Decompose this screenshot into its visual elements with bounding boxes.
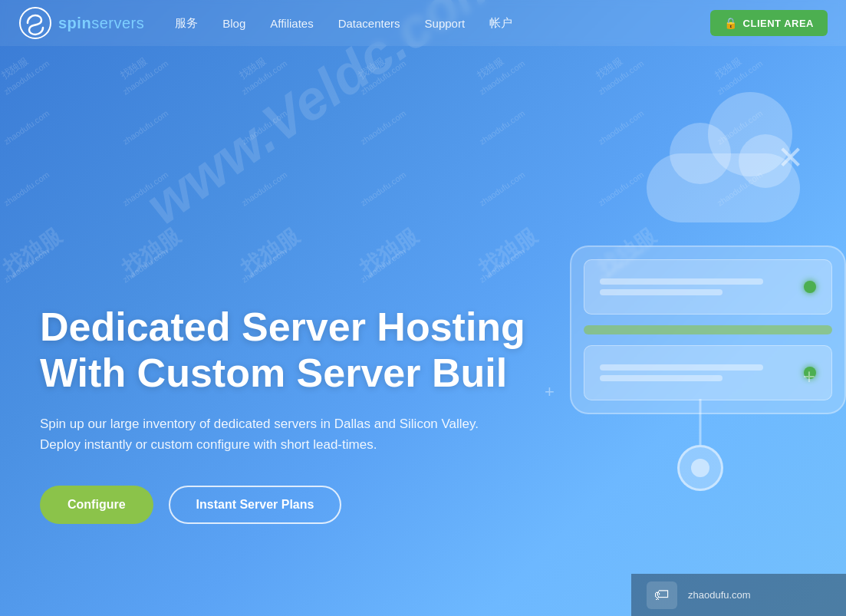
server-bar	[600, 289, 723, 295]
hero-title: Dedicated Server Hosting With Custom Ser…	[40, 305, 525, 397]
instant-server-button[interactable]: Instant Server Plans	[169, 486, 342, 524]
nav-link-datacenters[interactable]: Datacenters	[338, 17, 400, 30]
server-bars-2	[600, 364, 804, 381]
server-unit-1	[584, 259, 832, 315]
configure-button[interactable]: Configure	[40, 486, 153, 524]
server-bar	[600, 278, 763, 285]
logo-text: spinservers	[58, 15, 144, 32]
deco-cross-icon: ✕	[777, 142, 804, 174]
server-unit-2	[584, 345, 832, 400]
deco-plus-icon: +	[803, 364, 815, 389]
server-bar	[600, 364, 763, 371]
nav-link-services[interactable]: 服务	[175, 16, 198, 31]
hero-buttons: Configure Instant Server Plans	[40, 486, 525, 524]
connector-inner	[691, 459, 709, 477]
connector-line	[700, 399, 702, 445]
nav-link-account[interactable]: 帐户	[489, 16, 512, 31]
lock-icon: 🔒	[724, 17, 738, 29]
server-led-1	[804, 281, 816, 293]
server-bar	[600, 375, 723, 381]
logo[interactable]: spinservers	[18, 6, 144, 40]
hero-subtitle: Spin up our large inventory of dedicated…	[40, 413, 525, 455]
navigation: spinservers 服务 Blog Affiliates Datacente…	[0, 0, 846, 46]
deco-plus2-icon: +	[545, 382, 555, 402]
nav-link-affiliates[interactable]: Affiliates	[270, 17, 313, 30]
nav-links: 服务 Blog Affiliates Datacenters Support 帐…	[175, 16, 710, 31]
server-rack	[570, 245, 846, 414]
promo-box: 🏷 zhaodufu.com	[631, 574, 846, 616]
promo-icon: 🏷	[647, 581, 677, 609]
hero-content: Dedicated Server Hosting With Custom Ser…	[40, 305, 525, 524]
connector-circle	[677, 445, 723, 491]
logo-icon	[18, 6, 52, 40]
promo-text: zhaodufu.com	[688, 589, 751, 601]
server-illustration	[539, 61, 846, 552]
server-progress-bar	[584, 325, 832, 334]
server-bars-1	[600, 278, 804, 295]
client-area-button[interactable]: 🔒 CLIENT AREA	[710, 10, 828, 36]
nav-link-support[interactable]: Support	[425, 17, 466, 30]
nav-link-blog[interactable]: Blog	[222, 17, 245, 30]
connector-area	[639, 399, 762, 491]
hero-section: spinservers 服务 Blog Affiliates Datacente…	[0, 0, 846, 616]
